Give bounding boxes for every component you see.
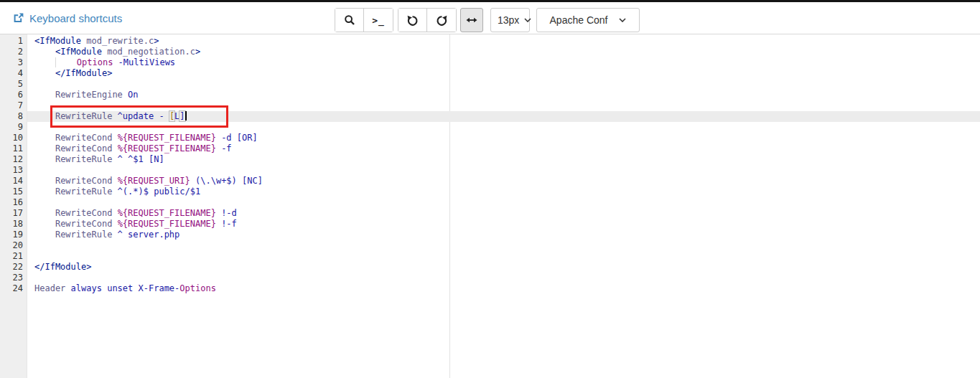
- code-line[interactable]: RewriteRule ^ server.php: [27, 230, 980, 240]
- undo-button[interactable]: [398, 9, 427, 32]
- search-icon: [344, 14, 355, 26]
- line-number[interactable]: 21: [0, 251, 27, 262]
- line-number[interactable]: 7: [0, 100, 27, 111]
- code-line[interactable]: [27, 122, 980, 133]
- code-line[interactable]: RewriteRule ^ ^$1 [N]: [27, 154, 980, 165]
- font-size-value: 13px: [498, 14, 519, 26]
- code-line[interactable]: [27, 79, 980, 90]
- code-line[interactable]: [27, 165, 980, 176]
- code-line[interactable]: </IfModule>: [27, 68, 980, 79]
- chevron-down-icon: [619, 18, 626, 22]
- line-number[interactable]: 14: [0, 176, 27, 186]
- code-line[interactable]: RewriteCond %{REQUEST_FILENAME} -f: [27, 143, 980, 154]
- code-line[interactable]: Header always unset X-Frame-Options: [27, 283, 980, 294]
- line-number[interactable]: 5: [0, 79, 27, 90]
- line-number[interactable]: 8: [0, 111, 27, 122]
- code-line[interactable]: <IfModule mod_negotiation.c>: [27, 47, 980, 57]
- line-number[interactable]: 3: [0, 57, 27, 68]
- goto-line-button[interactable]: >_: [364, 9, 393, 32]
- undo-icon: [406, 14, 419, 27]
- redo-icon: [436, 14, 448, 27]
- code-line[interactable]: RewriteCond %{REQUEST_FILENAME} !-d: [27, 208, 980, 219]
- code-line[interactable]: [27, 251, 980, 262]
- code-line[interactable]: RewriteCond %{REQUEST_FILENAME} -d [OR]: [27, 133, 980, 143]
- line-number[interactable]: 4: [0, 68, 27, 79]
- external-link-icon: [13, 12, 24, 24]
- font-size-select[interactable]: 13px: [490, 8, 530, 32]
- code-line[interactable]: RewriteRule ^(.*)$ public/$1: [27, 186, 980, 197]
- code-area[interactable]: <IfModule mod_rewrite.c> <IfModule mod_n…: [27, 34, 980, 378]
- code-line[interactable]: RewriteCond %{REQUEST_URI} (\.\w+$) [NC]: [27, 176, 980, 186]
- code-line[interactable]: </IfModule>: [27, 262, 980, 273]
- code-line[interactable]: [27, 197, 980, 208]
- syntax-value: Apache Conf: [550, 14, 608, 26]
- word-wrap-icon: [466, 14, 477, 26]
- code-editor[interactable]: 123456789101112131415161718192021222324 …: [0, 34, 980, 378]
- line-number[interactable]: 1: [0, 36, 27, 47]
- find-button-group: >_: [335, 8, 393, 32]
- code-line[interactable]: RewriteEngine On: [27, 90, 980, 100]
- undo-redo-group: [398, 8, 457, 32]
- redo-button[interactable]: [427, 9, 456, 32]
- word-wrap-toggle-button[interactable]: [460, 8, 483, 32]
- line-number[interactable]: 2: [0, 47, 27, 57]
- code-line[interactable]: [27, 240, 980, 251]
- line-number[interactable]: 16: [0, 197, 27, 208]
- search-button[interactable]: [335, 9, 364, 32]
- line-number[interactable]: 10: [0, 133, 27, 143]
- text-cursor: [185, 111, 187, 121]
- code-line[interactable]: RewriteRule ^update - [L]: [27, 111, 980, 122]
- line-number[interactable]: 15: [0, 186, 27, 197]
- line-number[interactable]: 6: [0, 90, 27, 100]
- line-number[interactable]: 20: [0, 240, 27, 251]
- line-number[interactable]: 17: [0, 208, 27, 219]
- editor-toolbar: Keyboard shortcuts >_: [0, 2, 980, 34]
- line-number[interactable]: 13: [0, 165, 27, 176]
- keyboard-shortcuts-label: Keyboard shortcuts: [29, 12, 122, 24]
- code-line[interactable]: <IfModule mod_rewrite.c>: [27, 36, 980, 47]
- code-line[interactable]: Options -MultiViews: [27, 57, 980, 68]
- code-line[interactable]: [27, 273, 980, 283]
- line-number[interactable]: 11: [0, 143, 27, 154]
- chevron-down-icon: [524, 18, 531, 22]
- line-number[interactable]: 9: [0, 122, 27, 133]
- keyboard-shortcuts-link[interactable]: Keyboard shortcuts: [13, 2, 122, 34]
- line-number[interactable]: 12: [0, 154, 27, 165]
- line-number[interactable]: 23: [0, 273, 27, 283]
- gutter: 123456789101112131415161718192021222324: [0, 34, 27, 378]
- syntax-select[interactable]: Apache Conf: [536, 8, 640, 32]
- line-number[interactable]: 22: [0, 262, 27, 273]
- code-line[interactable]: [27, 100, 980, 111]
- line-number[interactable]: 18: [0, 219, 27, 230]
- code-line[interactable]: RewriteCond %{REQUEST_FILENAME} !-f: [27, 219, 980, 230]
- line-number[interactable]: 19: [0, 230, 27, 240]
- line-number[interactable]: 24: [0, 283, 27, 294]
- terminal-prompt-icon: >_: [372, 15, 385, 26]
